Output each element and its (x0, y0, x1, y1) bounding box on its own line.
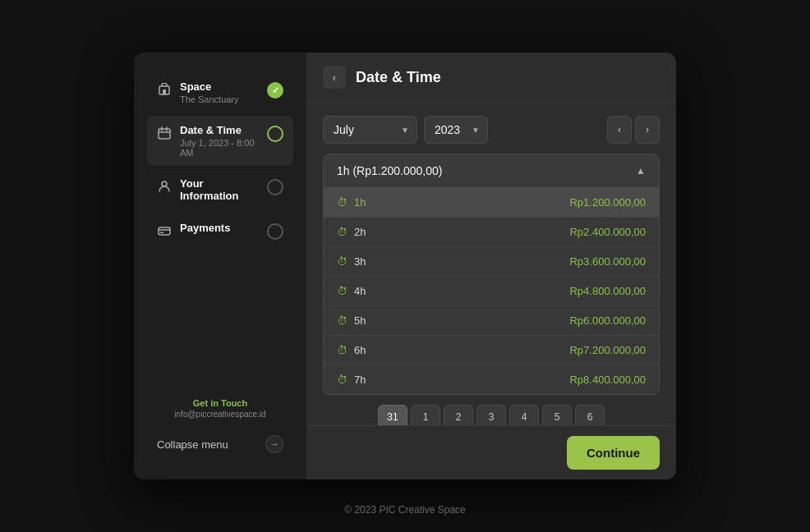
collapse-menu-button[interactable]: Collapse menu → (147, 429, 293, 460)
year-select-wrapper: 2023 2022 2024 ▼ (424, 116, 488, 144)
info-indicator (267, 179, 283, 195)
svg-rect-1 (163, 89, 166, 94)
info-item-title: Your Information (180, 177, 259, 202)
month-select-wrapper: July January February March April May Ju… (323, 116, 417, 144)
main-panel: ‹ Date & Time July January February Marc… (306, 53, 676, 479)
info-item-content: Your Information (180, 177, 259, 202)
page-wrapper: Space The Sanctuary ✓ Date & Time (0, 0, 810, 532)
duration-price-3h: Rp3.600.000,00 (569, 255, 646, 268)
sidebar: Space The Sanctuary ✓ Date & Time (134, 53, 306, 479)
duration-label-1h: 1h (354, 196, 366, 209)
next-month-button[interactable]: › (635, 116, 660, 144)
cal-day-3[interactable]: 3 (476, 405, 506, 425)
date-selectors: July January February March April May Ju… (323, 116, 660, 144)
sidebar-item-payments[interactable]: Payments (147, 213, 293, 248)
duration-list: ⏱ 1h Rp1.200.000,00 ⏱ 2h Rp2.400.000,00 (324, 187, 659, 394)
datetime-indicator (267, 126, 283, 142)
duration-option-1h[interactable]: ⏱ 1h Rp1.200.000,00 (324, 188, 659, 218)
duration-label-7h: 7h (354, 374, 366, 386)
space-item-content: Space The Sanctuary (180, 80, 259, 104)
card-icon (157, 223, 172, 238)
duration-price-6h: Rp7.200.000,00 (569, 344, 646, 356)
contact-email: info@piccreativespace.id (147, 410, 293, 419)
duration-header[interactable]: 1h (Rp1.200.000,00) ▲ (324, 154, 659, 187)
continue-button[interactable]: Continue (567, 436, 660, 470)
svg-point-3 (162, 181, 167, 186)
svg-rect-5 (160, 232, 163, 234)
duration-option-7h[interactable]: ⏱ 7h Rp8.400.000,00 (324, 365, 659, 394)
clock-icon-6h: ⏱ (337, 344, 347, 356)
duration-option-3h[interactable]: ⏱ 3h Rp3.600.000,00 (324, 247, 659, 277)
panel-footer: Continue (306, 425, 676, 479)
payments-item-title: Payments (180, 222, 259, 234)
duration-price-2h: Rp2.400.000,00 (569, 226, 646, 238)
cal-day-5[interactable]: 5 (542, 405, 572, 425)
datetime-item-content: Date & Time July 1, 2023 - 8:00 AM (180, 124, 259, 158)
sidebar-item-info[interactable]: Your Information (147, 169, 293, 210)
duration-label-2h: 2h (354, 226, 366, 238)
cal-day-6[interactable]: 6 (575, 405, 605, 425)
duration-price-1h: Rp1.200.000,00 (569, 196, 646, 209)
collapse-label: Collapse menu (157, 438, 228, 451)
calendar-icon (157, 126, 172, 140)
cal-day-2[interactable]: 2 (444, 405, 473, 425)
duration-price-4h: Rp4.800.000,00 (569, 285, 646, 297)
building-icon (157, 82, 172, 97)
duration-option-4h[interactable]: ⏱ 4h Rp4.800.000,00 (324, 277, 659, 306)
cal-day-1[interactable]: 1 (411, 405, 440, 425)
duration-price-5h: Rp6.000.000,00 (569, 314, 646, 327)
clock-icon-3h: ⏱ (337, 255, 347, 268)
space-item-subtitle: The Sanctuary (180, 94, 259, 104)
svg-rect-4 (159, 227, 170, 235)
duration-selected-label: 1h (Rp1.200.000,00) (337, 164, 442, 177)
datetime-item-title: Date & Time (180, 124, 259, 136)
cal-day-4[interactable]: 4 (509, 405, 539, 425)
sidebar-footer: Get in Touch info@piccreativespace.id Co… (147, 385, 293, 460)
panel-header: ‹ Date & Time (306, 53, 676, 103)
duration-label-3h: 3h (354, 255, 366, 268)
sidebar-item-datetime[interactable]: Date & Time July 1, 2023 - 8:00 AM (147, 116, 293, 166)
space-item-title: Space (180, 80, 259, 93)
datetime-item-subtitle: July 1, 2023 - 8:00 AM (180, 138, 259, 158)
sidebar-item-space[interactable]: Space The Sanctuary ✓ (147, 72, 293, 112)
duration-chevron-up-icon: ▲ (636, 165, 646, 177)
clock-icon-4h: ⏱ (337, 285, 347, 297)
prev-month-button[interactable]: ‹ (607, 116, 632, 144)
back-button[interactable]: ‹ (323, 66, 346, 89)
nav-buttons: ‹ › (607, 116, 660, 144)
calendar-row: 31 1 2 3 4 5 6 (323, 405, 660, 425)
duration-option-5h[interactable]: ⏱ 5h Rp6.000.000,00 (324, 306, 659, 336)
modal-container: Space The Sanctuary ✓ Date & Time (134, 53, 676, 479)
duration-label-4h: 4h (354, 285, 366, 297)
cal-day-31[interactable]: 31 (378, 405, 407, 425)
month-select[interactable]: July January February March April May Ju… (323, 116, 417, 144)
copyright-text: © 2023 PIC Creative Space (344, 504, 466, 516)
duration-option-2h[interactable]: ⏱ 2h Rp2.400.000,00 (324, 218, 659, 247)
clock-icon-5h: ⏱ (337, 314, 347, 327)
svg-rect-2 (159, 129, 170, 139)
duration-label-5h: 5h (354, 314, 366, 327)
duration-option-6h[interactable]: ⏱ 6h Rp7.200.000,00 (324, 336, 659, 365)
space-indicator: ✓ (267, 82, 283, 99)
duration-price-7h: Rp8.400.000,00 (569, 374, 646, 386)
clock-icon-2h: ⏱ (337, 226, 347, 238)
payments-item-content: Payments (180, 222, 259, 234)
payments-indicator (267, 223, 283, 240)
clock-icon-7h: ⏱ (337, 374, 347, 386)
get-in-touch-label: Get in Touch (147, 398, 293, 408)
panel-title: Date & Time (356, 69, 441, 86)
collapse-icon: → (265, 435, 283, 453)
year-select[interactable]: 2023 2022 2024 (424, 116, 488, 144)
duration-dropdown: 1h (Rp1.200.000,00) ▲ ⏱ 1h Rp1.200.000,0… (323, 154, 660, 395)
person-icon (157, 179, 172, 194)
clock-icon-1h: ⏱ (337, 196, 347, 209)
duration-label-6h: 6h (354, 344, 366, 356)
panel-body: July January February March April May Ju… (306, 103, 676, 425)
